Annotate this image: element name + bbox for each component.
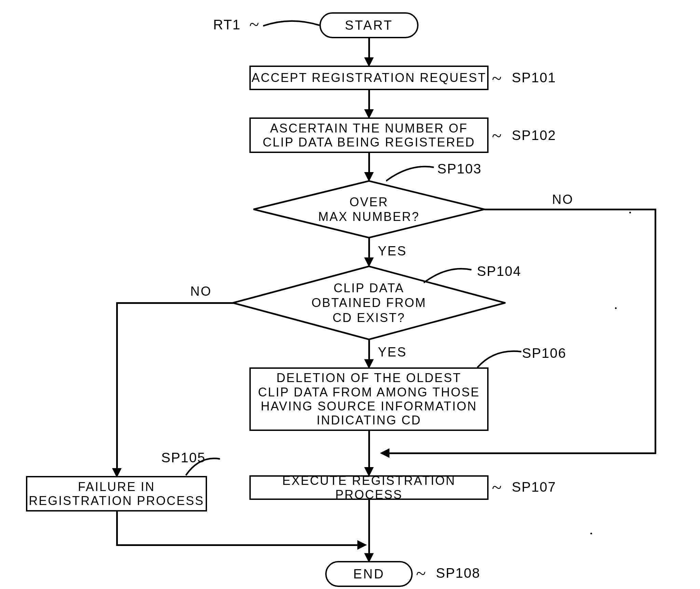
sp104-text: CLIP DATA OBTAINED FROM CD EXIST? [312,281,426,325]
end-terminator: END [325,561,413,587]
start-label: START [345,18,393,33]
sp102-text: ASCERTAIN THE NUMBER OF CLIP DATA BEING … [263,121,475,150]
connector [116,302,118,469]
connector [389,452,656,454]
sp107-label: SP107 [512,479,556,495]
sp102-connector: ~ [492,126,502,146]
scan-dot [615,307,617,309]
connector [655,209,656,454]
start-terminator: START [319,12,418,38]
sp101-connector: ~ [492,68,502,88]
sp103-yes-label: YES [378,244,407,258]
sp103-curve [386,163,437,182]
connector [368,339,370,361]
connector [368,38,370,59]
sp106-label: SP106 [522,346,566,361]
sp108-label: SP108 [436,565,480,581]
sp103-label: SP103 [437,161,482,177]
sp107-connector: ~ [492,477,502,497]
connector [368,500,370,555]
sp101-text: ACCEPT REGISTRATION REQUEST [251,71,486,85]
sp105-label: SP105 [161,450,206,465]
sp106-text: DELETION OF THE OLDEST CLIP DATA FROM AM… [258,371,480,427]
connector [116,511,118,546]
scan-dot [629,212,631,213]
scan-dot [590,533,592,534]
connector [368,238,370,259]
connector [368,431,370,468]
sp107-text: EXECUTE REGISTRATION PROCESS [251,474,487,502]
end-label: END [353,567,385,581]
sp104-curve [424,265,475,284]
sp107-process: EXECUTE REGISTRATION PROCESS [249,475,489,500]
sp104-yes-label: YES [378,345,407,360]
connector [368,90,370,111]
sp103-decision: OVER MAX NUMBER? [253,180,485,238]
rt1-curve [263,19,321,33]
sp104-label: SP104 [477,264,521,279]
rt1-connector: ~ [249,14,259,34]
rt1-label: RT1 [213,17,241,32]
sp106-curve [477,348,525,370]
sp106-process: DELETION OF THE OLDEST CLIP DATA FROM AM… [249,367,489,431]
sp102-label: SP102 [512,128,556,143]
connector [116,302,234,304]
sp102-process: ASCERTAIN THE NUMBER OF CLIP DATA BEING … [249,117,489,153]
sp108-connector: ~ [416,563,426,584]
connector [116,544,359,546]
connector [484,209,655,210]
arrowhead [357,540,367,550]
sp104-no-label: NO [190,284,212,299]
flowchart-canvas: START RT1 ~ ACCEPT REGISTRATION REQUEST … [0,0,700,589]
sp103-no-label: NO [552,192,574,207]
sp105-process: FAILURE IN REGISTRATION PROCESS [26,476,207,511]
sp105-text: FAILURE IN REGISTRATION PROCESS [29,480,204,508]
sp103-text: OVER MAX NUMBER? [318,195,420,224]
sp101-label: SP101 [512,70,556,85]
connector [368,153,370,173]
arrowhead-left [380,448,389,458]
sp101-process: ACCEPT REGISTRATION REQUEST [249,66,489,90]
